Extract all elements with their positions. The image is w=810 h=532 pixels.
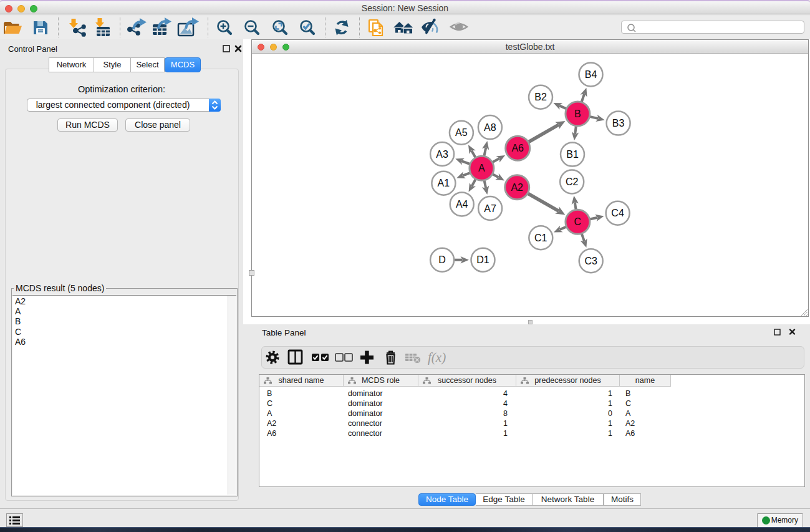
svg-text:A: A	[478, 163, 485, 173]
svg-text:A5: A5	[455, 127, 468, 138]
svg-text:A1: A1	[438, 178, 450, 188]
svg-text:B: B	[574, 109, 581, 119]
svg-text:C: C	[574, 216, 582, 227]
svg-text:f(x): f(x)	[428, 350, 446, 365]
svg-text:C4: C4	[611, 208, 624, 218]
svg-text:D1: D1	[476, 254, 489, 265]
svg-text:A2: A2	[511, 182, 523, 193]
svg-text:A6: A6	[511, 143, 524, 153]
svg-text:A4: A4	[456, 199, 468, 210]
svg-text:B4: B4	[585, 69, 597, 80]
svg-text:A7: A7	[484, 203, 496, 214]
svg-text:C1: C1	[534, 233, 547, 243]
svg-text:A3: A3	[436, 149, 448, 160]
svg-text:B2: B2	[534, 92, 547, 102]
svg-text:A8: A8	[484, 122, 496, 133]
svg-text:C3: C3	[584, 256, 597, 266]
svg-text:D: D	[438, 254, 446, 265]
svg-text:B3: B3	[612, 118, 625, 128]
svg-text:B1: B1	[566, 149, 579, 160]
svg-text:C2: C2	[566, 177, 579, 187]
